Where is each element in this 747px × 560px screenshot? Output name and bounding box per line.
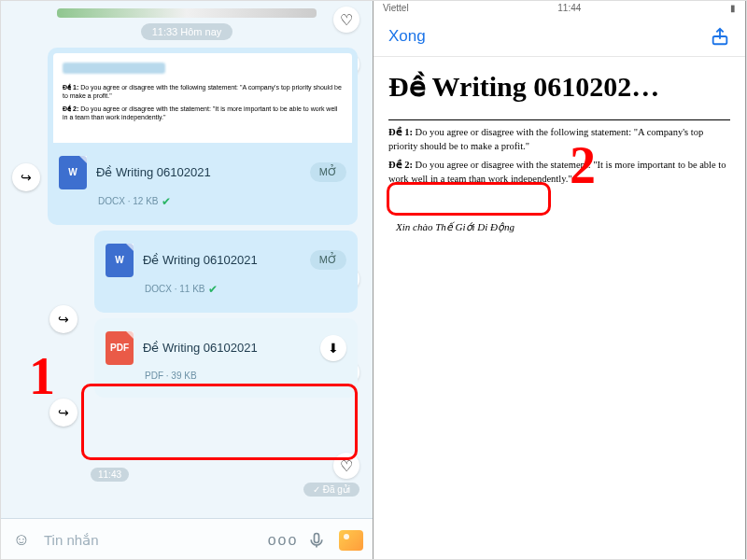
timestamp-small: 11:43 [91, 468, 129, 482]
chat-panel: ♡ 11:33 Hôm nay ❤️ Đề 1: Do you agree or… [1, 1, 374, 560]
open-button[interactable]: MỞ [310, 250, 346, 270]
file-name: Đề Writing 06102021 [143, 341, 311, 355]
share-icon[interactable] [710, 26, 730, 47]
forward-button[interactable]: ↪ [49, 305, 78, 333]
status-bar: Viettel 11:44 ▮ [374, 1, 745, 16]
compose-bar: ☺ Tin nhắn ooo [1, 518, 373, 560]
doc-de2-text: Do you agree or disagree with the statem… [388, 160, 726, 184]
download-button[interactable]: ⬇ [320, 335, 346, 361]
file-name: Đề Writing 06102021 [96, 165, 301, 179]
file-card-docx-2[interactable]: W Đề Writing 06102021 MỞ DOCX · 11 KB✔ [94, 231, 358, 313]
timestamp-pill: 11:33 Hôm nay [141, 23, 233, 40]
preview-blurred-title [63, 63, 165, 74]
react-heart-outline[interactable]: ♡ [333, 7, 359, 33]
document-preview-panel: Viettel 11:44 ▮ Xong Đề Writing 0610202…… [374, 1, 746, 560]
word-file-icon: W [59, 156, 87, 189]
gallery-icon[interactable] [339, 530, 363, 551]
doc-de1-label: Đề 1: [388, 127, 413, 137]
file-meta: DOCX · 12 KB [98, 196, 158, 206]
file-meta: PDF · 39 KB [145, 371, 197, 381]
file-preview-card[interactable]: Đề 1: Do you agree or disagree with the … [48, 48, 358, 225]
document-title: Đề Writing 0610202… [374, 57, 745, 110]
clock-label: 11:44 [557, 3, 581, 14]
check-icon: ✔ [208, 283, 218, 296]
file-meta: DOCX · 11 KB [145, 284, 204, 294]
message-input[interactable]: Tin nhắn [44, 532, 261, 549]
done-button[interactable]: Xong [388, 27, 426, 46]
carrier-label: Viettel [383, 3, 409, 14]
preview-de2-text: Do you agree or disagree with the statem… [63, 105, 337, 120]
chat-scroll-area[interactable]: ♡ 11:33 Hôm nay ❤️ Đề 1: Do you agree or… [1, 1, 373, 518]
sent-status: ✓ Đã gửi [303, 483, 359, 497]
doc-de2-label: Đề 2: [388, 160, 413, 170]
word-file-icon: W [106, 244, 134, 277]
collapsed-media-strip[interactable] [57, 8, 317, 18]
doc-de1-text: Do you agree or disagree with the follow… [388, 127, 703, 151]
check-icon: ✔ [162, 195, 171, 208]
preview-de1-label: Đề 1: [63, 84, 78, 91]
file-name: Đề Writing 06102021 [143, 253, 301, 267]
annotation-number-1: 1 [29, 346, 55, 406]
mic-icon[interactable] [305, 529, 328, 552]
pdf-file-icon: PDF [106, 331, 134, 365]
preview-de1-text: Do you agree or disagree with the follow… [63, 84, 342, 99]
svg-rect-0 [315, 533, 319, 542]
annotation-box-1 [81, 384, 358, 460]
preview-header: Xong [374, 16, 745, 57]
document-body: Đề 1: Do you agree or disagree with the … [374, 110, 745, 249]
open-button[interactable]: MỞ [310, 162, 346, 182]
sticker-icon[interactable]: ☺ [10, 529, 33, 552]
annotation-box-2 [387, 182, 551, 216]
signature-line: Xin chào Thế Giới Di Động [388, 211, 730, 244]
battery-icon: ▮ [730, 3, 736, 14]
annotation-number-2: 2 [570, 135, 596, 195]
more-icon[interactable]: ooo [272, 529, 294, 552]
forward-button[interactable]: ↪ [12, 163, 40, 191]
preview-de2-label: Đề 2: [63, 105, 78, 112]
